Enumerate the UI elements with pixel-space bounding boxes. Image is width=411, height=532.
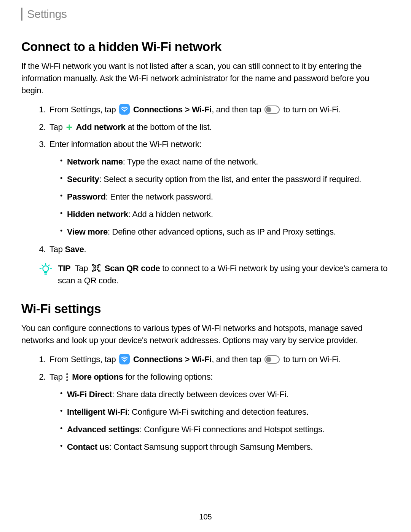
text: : Add a hidden network. <box>128 209 213 219</box>
svg-rect-9 <box>94 265 95 267</box>
text: : Contact Samsung support through Samsun… <box>109 442 313 452</box>
section1-steps: From Settings, tap Connections > Wi-Fi, … <box>21 104 390 256</box>
text: : Select a security option from the list… <box>99 174 361 184</box>
step2-sublist: Wi-Fi Direct: Share data directly betwee… <box>49 388 390 453</box>
svg-line-6 <box>49 265 49 265</box>
label: Intelligent Wi-Fi <box>67 407 127 417</box>
tip-label: TIP <box>58 264 70 273</box>
label: Wi-Fi Direct <box>67 390 112 399</box>
connections-icon <box>119 104 130 115</box>
text: . <box>84 244 86 254</box>
step-3: Enter information about the Wi-Fi networ… <box>48 138 390 238</box>
text: From Settings, tap <box>49 355 116 364</box>
svg-line-5 <box>42 265 43 265</box>
text: Tap <box>49 122 63 132</box>
label: Security <box>67 174 99 184</box>
toggle-off-icon <box>264 105 280 114</box>
bold-text: Connections > Wi-Fi <box>133 105 212 114</box>
bold-text: Add network <box>76 122 125 132</box>
text: Tap <box>49 244 65 254</box>
bold-text: More options <box>72 372 123 382</box>
section-heading-hidden-wifi: Connect to a hidden Wi-Fi network <box>21 40 390 54</box>
label: Password <box>67 192 106 201</box>
more-options-icon <box>66 373 68 381</box>
text: Enter information about the Wi-Fi networ… <box>49 139 201 149</box>
step3-sublist: Network name: Type the exact name of the… <box>49 156 390 238</box>
text: Tap <box>75 264 88 273</box>
text: for the following options: <box>126 372 213 382</box>
text: at the bottom of the list. <box>127 122 212 132</box>
lightbulb-icon <box>39 262 53 287</box>
text: : Enter the network password. <box>106 192 213 201</box>
section2-intro: You can configure connections to various… <box>21 322 390 347</box>
step-4: Tap Save. <box>48 243 390 256</box>
sub-contact-us: Contact us: Contact Samsung support thro… <box>60 441 390 453</box>
section2-steps: From Settings, tap Connections > Wi-Fi, … <box>21 353 390 453</box>
label: Contact us <box>67 442 109 452</box>
step-1: From Settings, tap Connections > Wi-Fi, … <box>48 104 390 116</box>
label: Network name <box>67 157 123 166</box>
svg-rect-11 <box>94 269 95 270</box>
connections-icon <box>119 354 130 364</box>
bold-text: Save <box>65 244 84 254</box>
label: View more <box>67 227 108 236</box>
text: : Share data directly between devices ov… <box>112 390 288 399</box>
step-2: Tap More options for the following optio… <box>48 371 390 453</box>
sub-security: Security: Select a security option from … <box>60 173 390 185</box>
sub-advanced-settings: Advanced settings: Configure Wi-Fi conne… <box>60 423 390 436</box>
label: Hidden network <box>67 209 128 219</box>
toggle-off-icon <box>264 355 280 364</box>
tip-text: TIP Tap Scan QR code to connect to a Wi-… <box>58 262 390 287</box>
svg-rect-10 <box>97 265 99 267</box>
text: From Settings, tap <box>49 105 116 114</box>
sub-network-name: Network name: Type the exact name of the… <box>60 156 390 168</box>
text: : Configure Wi-Fi switching and detectio… <box>127 407 308 417</box>
text: Tap <box>49 372 63 382</box>
sub-password: Password: Enter the network password. <box>60 191 390 203</box>
qr-code-icon <box>91 263 101 273</box>
section1-intro: If the Wi-Fi network you want is not lis… <box>21 60 390 97</box>
label: Advanced settings <box>67 425 140 434</box>
bold-text: Scan QR code <box>105 264 160 273</box>
svg-rect-12 <box>97 269 98 270</box>
tip-block: TIP Tap Scan QR code to connect to a Wi-… <box>21 262 390 287</box>
sub-wifi-direct: Wi-Fi Direct: Share data directly betwee… <box>60 388 390 401</box>
svg-rect-13 <box>98 270 99 271</box>
svg-point-0 <box>124 111 125 112</box>
section-heading-wifi-settings: Wi-Fi settings <box>21 302 390 316</box>
svg-point-14 <box>124 361 125 362</box>
step-1: From Settings, tap Connections > Wi-Fi, … <box>48 353 390 366</box>
sub-intelligent-wifi: Intelligent Wi-Fi: Configure Wi-Fi switc… <box>60 406 390 418</box>
text: : Configure Wi-Fi connections and Hotspo… <box>140 425 325 434</box>
page-number: 105 <box>0 513 411 521</box>
sub-hidden-network: Hidden network: Add a hidden network. <box>60 208 390 220</box>
text: to turn on Wi-Fi. <box>283 355 341 364</box>
step-2: Tap + Add network at the bottom of the l… <box>48 121 390 133</box>
text: , and then tap <box>212 355 261 364</box>
text: : Define other advanced options, such as… <box>108 227 336 236</box>
sub-view-more: View more: Define other advanced options… <box>60 226 390 238</box>
text: : Type the exact name of the network. <box>123 157 258 166</box>
text: , and then tap <box>212 105 261 114</box>
bold-text: Connections > Wi-Fi <box>133 355 212 364</box>
page-header: Settings <box>21 8 390 21</box>
svg-point-1 <box>43 266 49 272</box>
text: to turn on Wi-Fi. <box>283 105 341 114</box>
header-title: Settings <box>27 8 390 21</box>
